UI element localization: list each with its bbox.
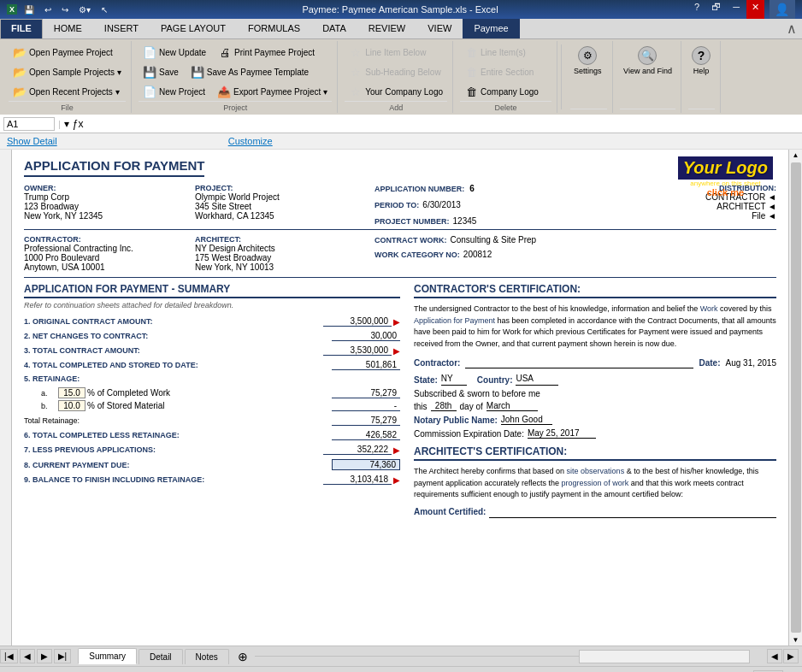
architect-label: Architect: bbox=[195, 235, 366, 244]
your-company-logo-btn[interactable]: ☆ Your Company Logo bbox=[345, 82, 447, 101]
restore-btn[interactable]: 🗗 bbox=[706, 0, 726, 19]
notary-label: Notary Public Name: bbox=[414, 416, 498, 425]
line7-item: 7. Less Previous Applications: 352,222 ▶ bbox=[24, 445, 400, 455]
show-detail-link[interactable]: Show Detail bbox=[7, 136, 57, 146]
scroll-thumb[interactable] bbox=[791, 162, 801, 633]
tab-data[interactable]: DATA bbox=[311, 19, 357, 38]
save-as-template-btn[interactable]: 💾 Save As Paymee Template bbox=[186, 62, 313, 81]
view-find-btn[interactable]: 🔍 View and Find bbox=[620, 43, 675, 79]
line3-label: 3. Total Contract Amount: bbox=[24, 346, 323, 355]
hscroll-right-btn[interactable]: ▶ bbox=[783, 649, 799, 663]
commission-row: Commission Expiration Date: May 25, 2017 bbox=[414, 428, 776, 439]
owner-section: Owner: Trump Corp 123 Broadway New York,… bbox=[24, 184, 195, 226]
state-value: NY bbox=[441, 374, 467, 386]
line4-label: 4. Total Completed And Stored To Date: bbox=[24, 361, 332, 369]
project-section: Project: Olympic World Project 345 Site … bbox=[195, 184, 366, 226]
delete-group-label: Delete bbox=[460, 101, 551, 112]
tab-file[interactable]: FILE bbox=[0, 19, 43, 38]
sub-heading-below-btn[interactable]: ☆ Sub-Heading Below bbox=[345, 62, 447, 81]
cert-date-value: Aug 31, 2015 bbox=[726, 358, 777, 368]
ribbon-collapse-btn[interactable]: ∧ bbox=[781, 19, 802, 38]
tab-review[interactable]: REVIEW bbox=[357, 19, 416, 38]
export-icon: 📤 bbox=[217, 85, 231, 98]
main-area: Your Logo anywhere on this sheet click m… bbox=[0, 150, 802, 645]
open-paymee-project-btn[interactable]: 📂 Open Paymee Project bbox=[9, 43, 126, 62]
name-box-input[interactable] bbox=[3, 117, 55, 131]
sheet-tab-line bbox=[255, 656, 579, 657]
open-sample-projects-btn[interactable]: 📂 Open Sample Projects▾ bbox=[9, 62, 126, 81]
line6-label: 6. Total Completed Less Retainage: bbox=[24, 431, 332, 439]
line1-item: 1. Original Contract Amount: 3,500,000 ▶ bbox=[24, 316, 400, 327]
export-paymee-btn[interactable]: 📤 Export Paymee Project▾ bbox=[213, 82, 332, 101]
tab-home[interactable]: HOME bbox=[43, 19, 93, 38]
tab-prev-btn[interactable]: ◀ bbox=[20, 649, 35, 663]
formula-fn-btn[interactable]: ƒx bbox=[73, 118, 84, 130]
line4-value: 501,861 bbox=[332, 360, 400, 370]
state-label: State: bbox=[414, 375, 438, 385]
settings-btn[interactable]: ⚙ Settings bbox=[570, 43, 605, 79]
minimize-btn[interactable]: ─ bbox=[728, 0, 745, 19]
logo-area[interactable]: Your Logo anywhere on this sheet click m… bbox=[678, 156, 773, 197]
retainage-b-pct-input[interactable] bbox=[58, 400, 86, 411]
hscroll-left-btn[interactable]: ◀ bbox=[767, 649, 782, 663]
help-btn[interactable]: ? Help bbox=[688, 43, 714, 79]
tab-first-btn[interactable]: |◀ bbox=[0, 649, 18, 663]
print-paymee-btn[interactable]: 🖨 Print Paymee Project bbox=[214, 43, 319, 62]
quick-access-btn[interactable]: ⚙▾ bbox=[75, 3, 94, 16]
help-titlebar-btn[interactable]: ? bbox=[689, 0, 705, 19]
open-recent-projects-btn[interactable]: 📂 Open Recent Projects▾ bbox=[9, 82, 126, 101]
line-item-below-btn[interactable]: ☆ Line Item Below bbox=[345, 43, 447, 62]
show-detail-bar: Show Detail Customize bbox=[0, 133, 802, 150]
tab-page-layout[interactable]: PAGE LAYOUT bbox=[150, 19, 237, 38]
sheet-tabs-bar: |◀ ◀ ▶ ▶| Summary Detail Notes ⊕ ◀ ▶ bbox=[0, 645, 802, 666]
tab-next-btn[interactable]: ▶ bbox=[37, 649, 52, 663]
new-update-btn[interactable]: 📄 New Update bbox=[139, 43, 210, 62]
document-title: Application For Payment bbox=[24, 158, 204, 177]
open-folder3-icon: 📂 bbox=[13, 85, 27, 98]
delete-company-logo-btn[interactable]: 🗑 Company Logo bbox=[460, 82, 543, 101]
add-sheet-btn[interactable]: ⊕ bbox=[234, 650, 251, 663]
close-btn[interactable]: ✕ bbox=[746, 0, 764, 19]
delete-line-items-btn[interactable]: 🗑 Line Item(s) bbox=[460, 43, 543, 62]
architect-cert-text: The Architect hereby confirms that based… bbox=[414, 466, 776, 501]
project-label: Project: bbox=[195, 184, 366, 192]
summary-title: Application For Payment - Summary bbox=[24, 283, 400, 298]
commission-label: Commission Expiration Date: bbox=[414, 429, 524, 439]
delete-entire-section-btn[interactable]: 🗑 Entire Section bbox=[460, 62, 543, 81]
tab-paymee[interactable]: Paymee bbox=[463, 19, 519, 38]
save-btn[interactable]: 💾 Save bbox=[139, 62, 183, 81]
ribbon-group-view-find: 🔍 View and Find bbox=[615, 41, 681, 113]
scroll-down-btn[interactable]: ▼ bbox=[791, 634, 801, 645]
retainage-a-pct-input[interactable] bbox=[58, 387, 86, 398]
retainage-a-value: 75,279 bbox=[332, 388, 400, 398]
horizontal-scrollbar[interactable] bbox=[579, 650, 750, 663]
tab-insert[interactable]: INSERT bbox=[93, 19, 150, 38]
line9-arrow: ▶ bbox=[393, 475, 400, 485]
app-number-section: Application Number: 6 Period To: 6/30/20… bbox=[366, 184, 674, 226]
formula-expand-btn[interactable]: ▾ bbox=[64, 118, 69, 130]
sheet-tab-detail[interactable]: Detail bbox=[139, 649, 183, 664]
work-category-value: 200812 bbox=[463, 250, 492, 259]
document-content: Your Logo anywhere on this sheet click m… bbox=[12, 150, 788, 527]
amount-certified-label: Amount Certified: bbox=[414, 507, 486, 516]
tab-view[interactable]: VIEW bbox=[416, 19, 463, 38]
owner-name: Trump Corp bbox=[24, 192, 195, 202]
project-name: Olympic World Project bbox=[195, 192, 366, 202]
scroll-up-btn[interactable]: ▲ bbox=[791, 150, 801, 161]
architect-address1: 175 West Broadway bbox=[195, 253, 366, 262]
tab-formulas[interactable]: FORMULAS bbox=[237, 19, 311, 38]
redo-btn[interactable]: ↪ bbox=[58, 3, 72, 16]
undo-btn[interactable]: ↩ bbox=[41, 3, 55, 16]
this-value: 28th bbox=[431, 401, 457, 411]
vertical-scrollbar[interactable]: ▲ ▼ bbox=[788, 150, 802, 645]
sheet-tab-notes[interactable]: Notes bbox=[185, 649, 229, 664]
new-project-btn[interactable]: 📄 New Project bbox=[139, 82, 209, 101]
save-icon: 💾 bbox=[143, 65, 156, 79]
new-update-icon: 📄 bbox=[143, 45, 156, 59]
tab-last-btn[interactable]: ▶| bbox=[54, 649, 72, 663]
line3-value: 3,530,000 bbox=[323, 345, 392, 356]
customize-link[interactable]: Customize bbox=[228, 136, 273, 146]
sheet-tab-summary[interactable]: Summary bbox=[78, 648, 137, 664]
quick-save-btn[interactable]: 💾 bbox=[21, 3, 38, 16]
tab-nav-area: |◀ ◀ ▶ ▶| bbox=[0, 649, 71, 663]
